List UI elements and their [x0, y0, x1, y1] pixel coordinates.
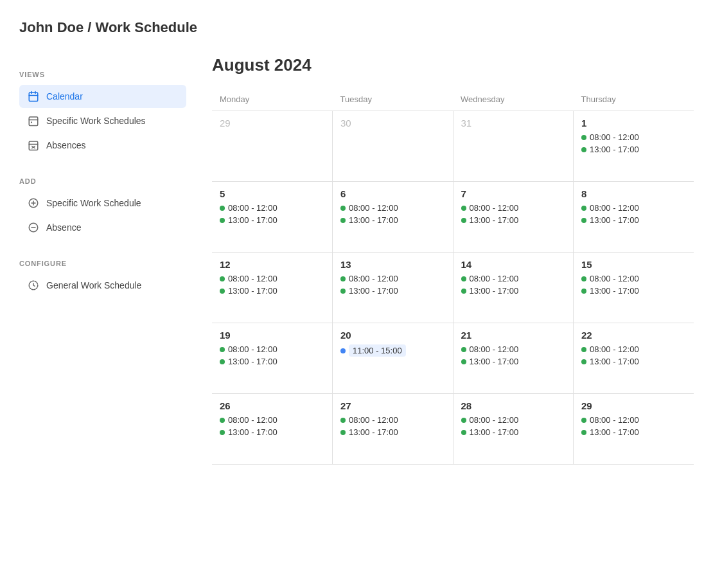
calendar-event[interactable]: 13:00 - 17:00 [581, 215, 686, 225]
day-number: 26 [220, 400, 324, 411]
calendar-event[interactable]: 13:00 - 17:00 [581, 286, 686, 296]
calendar-event[interactable]: 08:00 - 12:00 [340, 415, 445, 425]
event-dot [340, 206, 346, 211]
event-label: 13:00 - 17:00 [470, 427, 519, 437]
day-number: 31 [461, 118, 566, 129]
minus-circle-icon [27, 221, 40, 234]
calendar-day-cell[interactable]: 2908:00 - 12:0013:00 - 17:00 [574, 394, 694, 465]
calendar-title: August 2024 [212, 55, 694, 75]
calendar-day-cell[interactable]: 108:00 - 12:0013:00 - 17:00 [574, 111, 694, 182]
calendar-event[interactable]: 08:00 - 12:00 [581, 132, 686, 142]
event-label: 13:00 - 17:00 [590, 145, 639, 154]
calendar-event[interactable]: 08:00 - 12:00 [581, 415, 686, 425]
calendar-event[interactable]: 13:00 - 17:00 [581, 427, 686, 437]
event-label: 13:00 - 17:00 [470, 215, 519, 225]
calendar-event[interactable]: 13:00 - 17:00 [581, 357, 686, 366]
event-dot [220, 276, 225, 281]
calendar-day-cell[interactable]: 2208:00 - 12:0013:00 - 17:00 [574, 323, 694, 394]
calendar-day-cell[interactable]: 2808:00 - 12:0013:00 - 17:00 [453, 394, 574, 465]
sidebar-item-absences[interactable]: Absences [19, 134, 186, 157]
calendar-event[interactable]: 13:00 - 17:00 [461, 286, 566, 296]
sidebar-item-add-absence[interactable]: Absence [19, 216, 186, 239]
event-label: 08:00 - 12:00 [228, 344, 277, 354]
calendar-day-cell[interactable]: 808:00 - 12:0013:00 - 17:00 [574, 182, 694, 253]
calendar-day-cell[interactable]: 2708:00 - 12:0013:00 - 17:00 [333, 394, 453, 465]
calendar-event[interactable]: 13:00 - 17:00 [340, 427, 445, 437]
calendar-event[interactable]: 08:00 - 12:00 [461, 344, 566, 354]
calendar-day-cell[interactable]: 1208:00 - 12:0013:00 - 17:00 [212, 253, 333, 323]
sidebar-item-specific-work-schedules[interactable]: Specific Work Schedules [19, 109, 186, 132]
calendar-event[interactable]: 13:00 - 17:00 [340, 215, 445, 225]
calendar-day-cell[interactable]: 1308:00 - 12:0013:00 - 17:00 [333, 253, 453, 323]
day-number: 21 [461, 330, 566, 341]
calendar-day-cell[interactable]: 2108:00 - 12:0013:00 - 17:00 [453, 323, 574, 394]
calendar-event[interactable]: 08:00 - 12:00 [581, 203, 686, 213]
calendar-day-cell[interactable]: 31 [453, 111, 574, 182]
event-label: 13:00 - 17:00 [349, 427, 398, 437]
calendar-day-cell[interactable]: 29 [212, 111, 333, 182]
calendar-event[interactable]: 13:00 - 17:00 [220, 427, 324, 437]
svg-line-18 [33, 285, 35, 287]
calendar-event[interactable]: 13:00 - 17:00 [340, 286, 445, 296]
calendar-day-cell[interactable]: 30 [333, 111, 453, 182]
sidebar-item-general-work-schedule[interactable]: General Work Schedule [19, 274, 186, 297]
calendar-event[interactable]: 08:00 - 12:00 [581, 344, 686, 354]
event-dot [461, 359, 466, 364]
calendar-event[interactable]: 08:00 - 12:00 [340, 203, 445, 213]
calendar-day-cell[interactable]: 1408:00 - 12:0013:00 - 17:00 [453, 253, 574, 323]
sidebar-item-add-specific-work-schedule[interactable]: Specific Work Schedule [19, 192, 186, 215]
event-label: 13:00 - 17:00 [228, 427, 277, 437]
day-number: 7 [461, 188, 566, 199]
calendar-event[interactable]: 08:00 - 12:00 [220, 274, 324, 283]
event-label: 08:00 - 12:00 [349, 415, 398, 425]
calendar-event[interactable]: 13:00 - 17:00 [461, 215, 566, 225]
calendar-day-cell[interactable]: 508:00 - 12:0013:00 - 17:00 [212, 182, 333, 253]
calendar-event[interactable]: 13:00 - 17:00 [461, 427, 566, 437]
calendar-day-cell[interactable]: 708:00 - 12:0013:00 - 17:00 [453, 182, 574, 253]
day-number: 6 [340, 188, 445, 199]
event-dot [461, 206, 466, 211]
svg-point-6 [31, 121, 32, 123]
day-number: 12 [220, 259, 324, 270]
day-number: 30 [340, 118, 445, 129]
event-label: 08:00 - 12:00 [228, 274, 277, 283]
calendar-event[interactable]: 08:00 - 12:00 [220, 203, 324, 213]
event-dot [581, 359, 586, 364]
day-number: 29 [581, 400, 686, 411]
calendar-week-row: 1908:00 - 12:0013:00 - 17:002011:00 - 15… [212, 323, 694, 394]
event-label: 13:00 - 17:00 [349, 215, 398, 225]
event-dot [581, 135, 586, 140]
event-label: 08:00 - 12:00 [590, 274, 639, 283]
calendar-header-row: Monday Tuesday Wednesday Thursday [212, 88, 694, 111]
event-dot [340, 218, 346, 223]
event-dot [461, 289, 466, 294]
calendar-day-cell[interactable]: 608:00 - 12:0013:00 - 17:00 [333, 182, 453, 253]
calendar-day-cell[interactable]: 1908:00 - 12:0013:00 - 17:00 [212, 323, 333, 394]
event-dot [340, 348, 346, 353]
day-number: 14 [461, 259, 566, 270]
calendar-event[interactable]: 13:00 - 17:00 [220, 357, 324, 366]
calendar-event[interactable]: 13:00 - 17:00 [220, 286, 324, 296]
calendar-day-cell[interactable]: 2011:00 - 15:00 [333, 323, 453, 394]
calendar-event[interactable]: 13:00 - 17:00 [220, 215, 324, 225]
calendar-day-cell[interactable]: 1508:00 - 12:0013:00 - 17:00 [574, 253, 694, 323]
calendar-event[interactable]: 08:00 - 12:00 [220, 415, 324, 425]
calendar-day-cell[interactable]: 2608:00 - 12:0013:00 - 17:00 [212, 394, 333, 465]
sidebar-item-calendar[interactable]: Calendar [19, 85, 186, 108]
calendar-event[interactable]: 08:00 - 12:00 [461, 203, 566, 213]
event-label: 08:00 - 12:00 [470, 274, 519, 283]
event-label: 08:00 - 12:00 [228, 415, 277, 425]
calendar-event[interactable]: 08:00 - 12:00 [340, 274, 445, 283]
calendar-event[interactable]: 08:00 - 12:00 [461, 415, 566, 425]
calendar-event[interactable]: 08:00 - 12:00 [220, 344, 324, 354]
event-dot [461, 276, 466, 281]
sidebar-item-label-general-work-schedule: General Work Schedule [46, 280, 141, 290]
calendar-event[interactable]: 08:00 - 12:00 [581, 274, 686, 283]
calendar-event[interactable]: 13:00 - 17:00 [581, 145, 686, 154]
calendar-event[interactable]: 08:00 - 12:00 [461, 274, 566, 283]
calendar-event[interactable]: 11:00 - 15:00 [340, 344, 445, 357]
event-label: 08:00 - 12:00 [470, 415, 519, 425]
main-layout: VIEWS Calendar [19, 55, 694, 465]
calendar-event[interactable]: 13:00 - 17:00 [461, 357, 566, 366]
sidebar-item-label-add-specific-work-schedule: Specific Work Schedule [46, 198, 141, 208]
